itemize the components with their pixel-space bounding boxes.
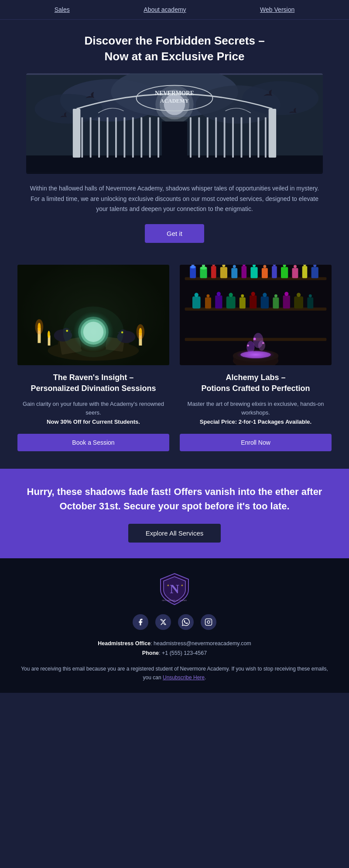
svg-point-114	[274, 294, 277, 297]
svg-rect-34	[257, 117, 259, 157]
svg-rect-111	[261, 296, 269, 308]
svg-point-131	[258, 340, 265, 350]
contact-email: headmistress@nevermoreacademy.com	[154, 640, 251, 647]
svg-rect-33	[249, 117, 251, 157]
nav-about[interactable]: About academy	[144, 6, 186, 13]
card1-title: The Raven's Insight –Personalized Divina…	[17, 372, 169, 394]
svg-point-120	[309, 294, 312, 297]
svg-point-133	[262, 342, 264, 344]
svg-rect-11	[269, 109, 276, 158]
nav-sales[interactable]: Sales	[55, 6, 70, 13]
footer-contact: Headmistress Office: headmistress@neverm…	[17, 639, 332, 658]
svg-point-88	[263, 265, 266, 268]
svg-rect-95	[302, 266, 308, 278]
svg-point-132	[247, 344, 249, 346]
whatsapp-icon[interactable]	[178, 614, 194, 630]
svg-rect-32	[241, 117, 243, 157]
svg-rect-79	[220, 267, 227, 278]
phone-label: Phone	[142, 650, 159, 656]
svg-point-8	[164, 94, 185, 115]
card-divination: The Raven's Insight –Personalized Divina…	[17, 265, 169, 451]
svg-rect-16	[90, 117, 92, 157]
cta-text: Hurry, these shadows fade fast! Offers v…	[26, 484, 323, 513]
svg-point-110	[251, 292, 255, 296]
svg-rect-25	[162, 121, 187, 158]
svg-point-128	[240, 351, 271, 358]
svg-rect-101	[205, 297, 211, 309]
card-divination-image	[17, 265, 169, 365]
divination-illustration	[17, 265, 169, 365]
facebook-icon[interactable]	[133, 614, 148, 630]
x-icon[interactable]	[155, 614, 171, 630]
nav-bar: Sales About academy Web Version	[0, 0, 349, 20]
svg-rect-117	[294, 296, 303, 308]
svg-rect-10	[73, 109, 80, 158]
svg-rect-23	[149, 117, 151, 157]
svg-point-82	[233, 265, 236, 268]
hero-image: NEVERMORE ACADEMY	[26, 73, 323, 174]
svg-rect-21	[132, 117, 134, 157]
svg-rect-115	[283, 295, 290, 308]
instagram-icon[interactable]	[201, 614, 216, 630]
svg-rect-107	[240, 297, 246, 309]
svg-rect-35	[265, 117, 267, 157]
svg-rect-81	[231, 268, 237, 278]
svg-rect-119	[307, 297, 313, 309]
card1-highlight: Now 30% Off for Current Students.	[47, 418, 140, 425]
hero-title: Discover the Forbidden Secrets –Now at a…	[26, 33, 323, 65]
svg-rect-18	[107, 117, 109, 157]
svg-point-46	[137, 324, 145, 339]
svg-rect-28	[207, 117, 209, 157]
unsubscribe-link[interactable]: Unsubscribe Here	[163, 674, 205, 681]
svg-point-102	[206, 294, 209, 297]
svg-rect-87	[262, 268, 268, 278]
svg-text:N: N	[170, 581, 179, 596]
svg-rect-20	[123, 117, 125, 157]
svg-text:✦: ✦	[181, 584, 184, 588]
svg-point-108	[241, 294, 244, 297]
svg-rect-99	[192, 296, 201, 308]
hero-section: Discover the Forbidden Secrets –Now at a…	[0, 20, 349, 252]
book-session-button[interactable]: Book a Session	[17, 434, 169, 451]
svg-rect-17	[98, 117, 100, 157]
svg-rect-97	[311, 267, 318, 278]
svg-rect-15	[81, 117, 83, 157]
svg-rect-105	[226, 296, 236, 308]
svg-point-4	[34, 94, 102, 124]
svg-text:✦: ✦	[167, 584, 170, 588]
svg-point-100	[195, 293, 198, 297]
svg-rect-89	[272, 266, 277, 278]
svg-rect-27	[198, 117, 200, 157]
svg-rect-74	[200, 268, 207, 278]
svg-point-112	[263, 293, 267, 297]
svg-rect-29	[215, 117, 217, 157]
svg-rect-30	[224, 117, 226, 157]
svg-text:NEVERMORE ACADEMY: NEVERMORE ACADEMY	[162, 599, 187, 602]
explore-services-button[interactable]: Explore All Services	[128, 524, 221, 543]
svg-point-94	[294, 265, 297, 268]
get-it-button[interactable]: Get it	[145, 224, 204, 243]
svg-rect-77	[211, 266, 216, 278]
card-alchemy: Alchemy Labs –Potions Crafted to Perfect…	[180, 265, 332, 451]
svg-rect-93	[292, 268, 298, 278]
svg-rect-83	[242, 266, 247, 278]
nav-web-version[interactable]: Web Version	[260, 6, 294, 13]
svg-point-116	[284, 292, 288, 296]
svg-rect-91	[281, 267, 288, 278]
svg-rect-24	[157, 117, 159, 157]
svg-rect-22	[140, 117, 142, 157]
svg-text:NEVERMORE: NEVERMORE	[155, 90, 194, 97]
cards-section: The Raven's Insight –Personalized Divina…	[0, 252, 349, 469]
svg-point-43	[48, 331, 50, 338]
svg-rect-70	[190, 267, 196, 278]
footer-disclaimer: You are receiving this email because you…	[17, 664, 332, 682]
enroll-now-button[interactable]: Enroll Now	[180, 434, 332, 451]
card2-highlight: Special Price: 2-for-1 Packages Availabl…	[200, 418, 311, 425]
svg-rect-31	[232, 117, 234, 157]
hero-illustration: NEVERMORE ACADEMY	[26, 73, 323, 174]
card2-body: Master the art of brewing elixirs in exc…	[180, 400, 332, 427]
svg-rect-139	[205, 619, 212, 625]
svg-text:ACADEMY: ACADEMY	[160, 98, 189, 104]
card1-body: Gain clarity on your future with the Aca…	[17, 400, 169, 427]
svg-rect-113	[273, 297, 279, 309]
